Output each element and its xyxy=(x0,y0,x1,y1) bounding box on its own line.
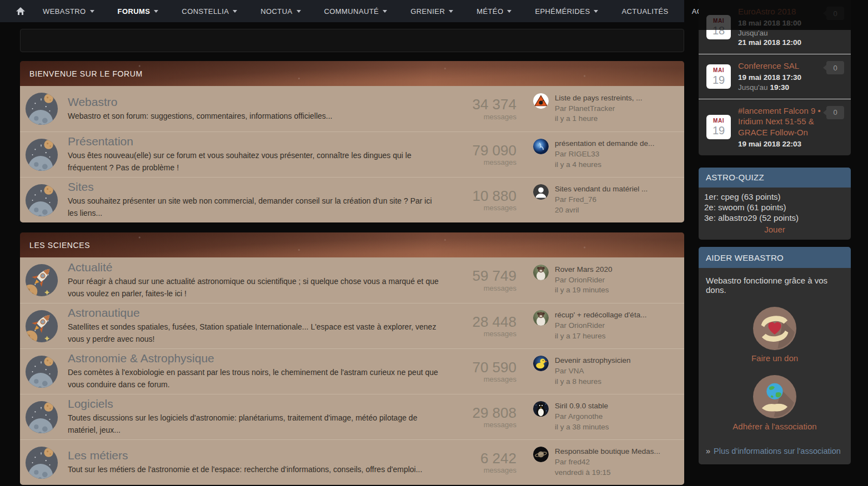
quiz-play-link[interactable]: Jouer xyxy=(704,225,845,235)
forum-row: ActualitéPour réagir à chaud sur une act… xyxy=(20,257,684,303)
forum-stats: 34 374messages xyxy=(451,97,523,121)
help-panel-title: AIDER WEBASTRO xyxy=(699,247,851,268)
avatar[interactable] xyxy=(533,356,549,371)
chevron-down-icon xyxy=(594,10,598,13)
last-post-title[interactable]: Liste de pays restreints, ... xyxy=(555,93,643,104)
forum-title-link[interactable]: Webastro xyxy=(68,95,451,109)
forum-section: BIENVENUE SUR LE FORUMWebastroWebastro e… xyxy=(20,61,684,222)
moon-icon xyxy=(24,446,59,480)
rocket-icon xyxy=(24,263,59,297)
forum-description: Webastro et son forum: suggestions, comm… xyxy=(68,110,440,123)
chevron-down-icon xyxy=(383,10,387,13)
last-post-time: vendredi à 19:15 xyxy=(555,468,660,478)
last-post-author[interactable]: Par fred42 xyxy=(555,457,660,468)
donate-link[interactable]: Faire un don xyxy=(706,353,844,363)
last-post-author[interactable]: Par OrionRider xyxy=(555,275,613,286)
event-body: EuroAstro 201818 mai 2018 18:00Jusqu'au2… xyxy=(738,6,824,48)
nav-item-noctua[interactable]: NOCTUA xyxy=(249,0,312,22)
nav-item-forums[interactable]: FORUMS xyxy=(106,0,170,22)
chevron-down-icon xyxy=(233,10,237,13)
last-post-info: Liste de pays restreints, ...Par PlanetT… xyxy=(555,93,643,125)
nav-item-grenier[interactable]: GRENIER xyxy=(399,0,465,22)
forum-row: AstronautiqueSatellites et sondes spatia… xyxy=(20,303,684,348)
last-post-title[interactable]: Responsable boutique Medas... xyxy=(555,447,660,457)
event-title-link[interactable]: Conference SAL xyxy=(738,60,801,72)
last-post-time: il y a 1 heure xyxy=(555,114,643,124)
last-post-author[interactable]: Par Fred_76 xyxy=(555,195,648,205)
avatar[interactable] xyxy=(533,93,549,109)
nav-item-home[interactable] xyxy=(12,0,31,22)
last-post-author[interactable]: Par RIGEL33 xyxy=(555,149,654,160)
nav-item-communaute[interactable]: COMMUNAUTÉ xyxy=(313,0,399,22)
last-post-title[interactable]: Sites vendant du matériel ... xyxy=(555,184,648,195)
message-count-label: messages xyxy=(451,421,516,429)
last-post-author[interactable]: Par PlanetTracker xyxy=(555,104,643,114)
reply-count-badge: 0 xyxy=(826,7,844,20)
forum-title-link[interactable]: Actualité xyxy=(68,261,451,274)
message-count-label: messages xyxy=(451,330,516,338)
last-post-time: 20 avril xyxy=(555,205,648,216)
avatar[interactable] xyxy=(533,447,549,462)
quiz-rankings: 1er: cpeg (63 points)2e: swoom (61 point… xyxy=(704,192,845,224)
last-post-info: récup' + redécollage d'éta...Par OrionRi… xyxy=(555,310,646,342)
avatar[interactable] xyxy=(533,139,549,154)
last-post-author[interactable]: Par VNA xyxy=(555,366,631,377)
association-more-info-link[interactable]: »Plus d'informations sur l'association xyxy=(706,447,844,455)
event-date-bold: 21 mai 2018 12:00 xyxy=(738,38,801,47)
nav-item-ephemerides[interactable]: EPHÉMÉRIDES xyxy=(523,0,610,22)
upcoming-events-panel: MAI18EuroAstro 201818 mai 2018 18:00Jusq… xyxy=(699,0,851,155)
forum-title-link[interactable]: Les métiers xyxy=(68,449,451,462)
last-post-title[interactable]: présentation et demande de... xyxy=(555,139,654,149)
forum-row: WebastroWebastro et son forum: suggestio… xyxy=(20,86,684,131)
webastro-forum-page: WEBASTROFORUMSCONSTELLIANOCTUACOMMUNAUTÉ… xyxy=(0,0,868,486)
last-post-title[interactable]: Rover Mars 2020 xyxy=(555,265,613,275)
join-association-link[interactable]: Adhérer à l'association xyxy=(706,422,844,431)
forum-title-link[interactable]: Sites xyxy=(68,180,451,194)
last-post-author[interactable]: Par OrionRider xyxy=(555,321,646,331)
nav-item-actualites[interactable]: ACTUALITÉS xyxy=(610,0,680,22)
forum-row: LogicielsToutes discussions sur les logi… xyxy=(20,394,684,439)
forum-title-link[interactable]: Astronomie & Astrophysique xyxy=(68,352,451,365)
forum-description: Toutes discussions sur les logiciels d'a… xyxy=(68,412,440,436)
event-title-link[interactable]: #lancement Falcon 9 • Iridium Next 51-55… xyxy=(738,105,821,138)
calendar-date-icon: MAI19 xyxy=(706,115,731,139)
message-count-label: messages xyxy=(451,284,516,292)
avatar[interactable] xyxy=(533,265,549,280)
nav-item-label: COMMUNAUTÉ xyxy=(324,7,379,16)
last-post: Siril 0.9.0 stablePar Argonotheil y a 38… xyxy=(523,401,673,433)
forum-stats: 59 749messages xyxy=(451,268,523,292)
quiz-ranking-row: 3e: albastro29 (52 points) xyxy=(704,213,845,223)
moon-icon xyxy=(24,92,59,126)
last-post-title[interactable]: Siril 0.9.0 stable xyxy=(555,401,609,412)
nav-item-label: EPHÉMÉRIDES xyxy=(535,7,590,16)
event-item: MAI19#lancement Falcon 9 • Iridium Next … xyxy=(699,99,851,155)
last-post-title[interactable]: récup' + redécollage d'éta... xyxy=(555,310,646,321)
event-date-bold: 19 mai 2018 22:03 xyxy=(738,140,801,148)
forum-stats: 29 808messages xyxy=(451,405,523,429)
event-date-line: 19 mai 2018 22:03 xyxy=(738,139,821,149)
last-post-title[interactable]: Devenir astrophysicien xyxy=(555,356,631,366)
avatar[interactable] xyxy=(533,184,549,200)
nav-item-webastro[interactable]: WEBASTRO xyxy=(31,0,106,22)
sidebar: MAI18EuroAstro 201818 mai 2018 18:00Jusq… xyxy=(699,0,851,464)
forum-stats: 70 590messages xyxy=(451,360,523,384)
avatar[interactable] xyxy=(533,310,549,326)
chevron-down-icon xyxy=(507,10,511,13)
event-date-line: 18 mai 2018 18:00 xyxy=(738,18,801,28)
donate-hands-heart-icon[interactable] xyxy=(753,307,796,350)
message-count-label: messages xyxy=(451,113,516,121)
join-hand-globe-icon[interactable] xyxy=(753,375,796,418)
chevron-down-icon xyxy=(154,10,158,13)
nav-item-meteo[interactable]: MÉTÉO xyxy=(465,0,523,22)
forum-title-link[interactable]: Logiciels xyxy=(68,397,451,411)
last-post-time: il y a 4 heures xyxy=(555,160,654,170)
forum-title-link[interactable]: Astronautique xyxy=(68,306,451,320)
event-title-link[interactable]: EuroAstro 2018 xyxy=(738,6,801,17)
last-post-author[interactable]: Par Argonothe xyxy=(555,412,609,422)
event-date-line: 21 mai 2018 12:00 xyxy=(738,38,801,48)
nav-item-label: MÉTÉO xyxy=(476,7,503,16)
forum-title-link[interactable]: Présentation xyxy=(68,135,451,148)
nav-item-constellia[interactable]: CONSTELLIA xyxy=(170,0,249,22)
avatar[interactable] xyxy=(533,401,549,417)
calendar-day: 19 xyxy=(706,74,731,85)
